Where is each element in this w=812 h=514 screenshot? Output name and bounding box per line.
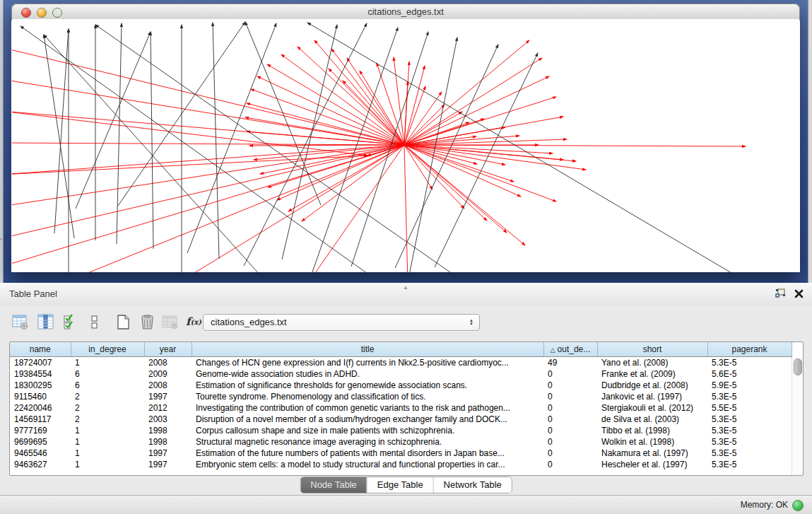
table-cell[interactable]: Dudbridge et al. (2008) (597, 380, 707, 391)
column-header[interactable]: name (10, 342, 71, 357)
table-cell[interactable]: 2 (71, 391, 144, 402)
network-window-titlebar[interactable]: citations_edges.txt (11, 4, 800, 21)
table-cell[interactable]: 0 (543, 391, 597, 402)
network-canvas[interactable] (12, 19, 799, 272)
table-cell[interactable]: 6 (71, 380, 144, 391)
function-builder-icon[interactable]: f(x) (185, 313, 202, 330)
table-panel-header[interactable]: ▲ Table Panel (0, 283, 812, 306)
table-cell[interactable]: Tibbo et al. (1998) (597, 425, 707, 436)
table-cell[interactable]: Yano et al. (2008) (597, 357, 707, 369)
table-cell[interactable]: 1 (71, 436, 144, 448)
table-cell[interactable]: 5.9E-5 (707, 380, 792, 391)
table-cell[interactable]: 14569117 (10, 414, 71, 425)
table-cell[interactable]: de Silva et al. (2003) (597, 414, 707, 425)
node-table[interactable]: namein_degreeyeartitle△out_de...shortpag… (9, 341, 804, 476)
table-row[interactable]: 1872400712008Changes of HCN gene express… (10, 357, 792, 369)
table-cell[interactable]: Structural magnetic resonance image aver… (192, 436, 543, 448)
table-cell[interactable]: 2012 (144, 402, 192, 414)
new-table-icon[interactable] (114, 313, 131, 330)
table-cell[interactable]: 49 (543, 357, 597, 369)
table-settings-icon[interactable] (11, 313, 28, 330)
table-scrollbar-thumb[interactable] (794, 358, 802, 375)
table-cell[interactable]: Nakamura et al. (1997) (597, 448, 707, 459)
table-row[interactable]: 1830029562008Estimation of significance … (10, 380, 792, 391)
table-cell[interactable]: 9115460 (10, 391, 71, 402)
table-cell[interactable]: 9699695 (10, 436, 71, 448)
table-cell[interactable]: 2003 (144, 414, 192, 425)
table-cell[interactable]: 0 (543, 448, 597, 459)
table-cell[interactable]: 5.3E-5 (707, 459, 792, 470)
table-cell[interactable]: Stergiakouli et al. (2012) (597, 402, 707, 414)
table-cell[interactable]: 1997 (144, 459, 192, 470)
table-cell[interactable]: 5.3E-5 (707, 414, 792, 425)
table-row[interactable]: 969969511998Structural magnetic resonanc… (10, 436, 792, 448)
table-cell[interactable]: Investigating the contribution of common… (192, 402, 543, 414)
table-cell[interactable]: Embryonic stem cells: a model to study s… (192, 459, 543, 470)
table-cell[interactable]: Changes of HCN gene expression and I(f) … (192, 357, 543, 369)
table-scrollbar[interactable] (792, 357, 803, 475)
column-header[interactable]: pagerank (707, 342, 792, 357)
table-cell[interactable]: 1998 (144, 425, 192, 436)
table-cell[interactable]: 9777169 (10, 425, 71, 436)
column-header[interactable]: year (144, 342, 192, 357)
table-cell[interactable]: 0 (543, 380, 597, 391)
memory-status-indicator[interactable] (792, 500, 804, 511)
tab-network-table[interactable]: Network Table (433, 477, 512, 493)
table-cell[interactable]: 1 (71, 425, 144, 436)
table-cell[interactable]: Franke et al. (2009) (597, 368, 707, 380)
splitter-grip-icon[interactable]: ▲ (403, 284, 408, 291)
table-cell[interactable]: 1998 (144, 436, 192, 448)
table-cell[interactable]: 0 (543, 368, 597, 380)
table-cell[interactable]: 5.3E-5 (707, 391, 792, 402)
select-all-checks-icon[interactable] (62, 313, 79, 330)
table-cell[interactable]: 2008 (144, 380, 192, 391)
table-cell[interactable]: 5.6E-5 (707, 368, 792, 380)
delete-table-trash-icon[interactable] (139, 313, 155, 330)
table-cell[interactable]: Hescheler et al. (1997) (597, 459, 707, 470)
table-cell[interactable]: 18724007 (10, 357, 71, 369)
table-cell[interactable]: 2 (71, 402, 144, 414)
table-cell[interactable]: 0 (543, 414, 597, 425)
table-cell[interactable]: 18300295 (10, 380, 71, 391)
table-row[interactable]: 946362711997Embryonic stem cells: a mode… (10, 459, 792, 470)
float-panel-icon[interactable] (775, 288, 786, 301)
table-selector-dropdown[interactable]: citations_edges.txt ▲▼ (203, 314, 480, 331)
table-cell[interactable]: Disruption of a novel member of a sodium… (192, 414, 543, 425)
column-settings-icon[interactable] (37, 313, 54, 330)
network-view-window[interactable]: citations_edges.txt (11, 4, 800, 272)
table-cell[interactable]: 19384554 (10, 368, 71, 380)
column-header[interactable]: △out_de... (543, 342, 597, 357)
table-cell[interactable]: Tourette syndrome. Phenomenology and cla… (192, 391, 543, 402)
table-cell[interactable]: 1 (71, 448, 144, 459)
table-cell[interactable]: 5.3E-5 (707, 448, 792, 459)
table-row[interactable]: 1456911722003Disruption of a novel membe… (10, 414, 792, 425)
table-cell[interactable]: 0 (543, 402, 597, 414)
table-row[interactable]: 2242004622012Investigating the contribut… (10, 402, 792, 414)
table-row[interactable]: 911546021997Tourette syndrome. Phenomeno… (10, 391, 792, 402)
column-header[interactable]: short (597, 342, 707, 357)
table-cell[interactable]: Genome-wide association studies in ADHD. (192, 368, 543, 380)
table-cell[interactable]: 5.3E-5 (707, 357, 792, 369)
table-cell[interactable]: 2009 (144, 368, 192, 380)
table-cell[interactable]: Wolkin et al. (1998) (597, 436, 707, 448)
table-cell[interactable]: 1 (71, 459, 144, 470)
table-cell[interactable]: 1997 (144, 391, 192, 402)
column-header[interactable]: title (192, 342, 543, 357)
column-header[interactable]: in_degree (71, 342, 144, 357)
table-row[interactable]: 946554611997Estimation of the future num… (10, 448, 792, 459)
table-cell[interactable]: 9463627 (10, 459, 71, 470)
table-cell[interactable]: 5.3E-5 (707, 425, 792, 436)
table-cell[interactable]: 6 (71, 368, 144, 380)
table-cell[interactable]: 1997 (144, 448, 192, 459)
table-cell[interactable]: Corpus callosum shape and size in male p… (192, 425, 543, 436)
table-cell[interactable]: 1 (71, 357, 144, 369)
table-cell[interactable]: 5.3E-5 (707, 436, 792, 448)
table-row[interactable]: 1938455462009Genome-wide association stu… (10, 368, 792, 380)
table-cell[interactable]: 0 (543, 425, 597, 436)
unselect-all-icon[interactable] (86, 313, 103, 330)
tab-edge-table[interactable]: Edge Table (367, 477, 433, 493)
table-header-row[interactable]: namein_degreeyeartitle△out_de...shortpag… (10, 342, 792, 357)
table-cell[interactable]: 2 (71, 414, 144, 425)
tab-node-table[interactable]: Node Table (300, 477, 367, 493)
table-cell[interactable]: Estimation of the future numbers of pati… (192, 448, 543, 459)
